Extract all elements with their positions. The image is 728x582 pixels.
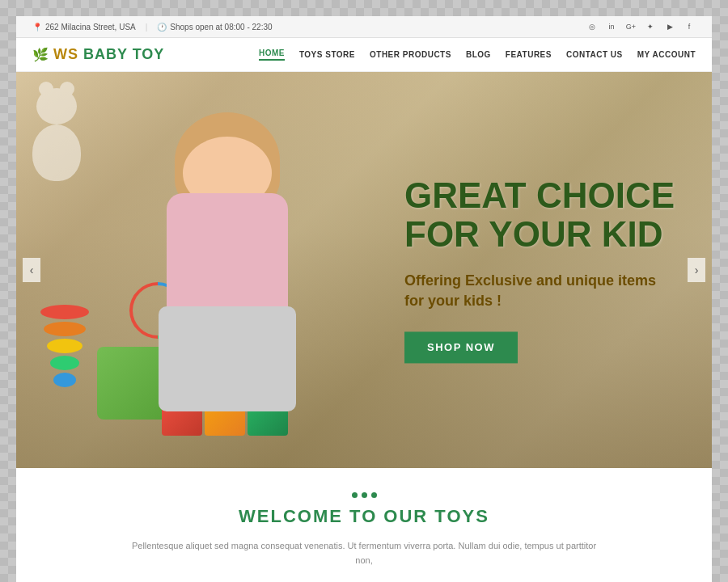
hero-headline: GREAT CHOICE FOR YOUR KID xyxy=(404,176,679,255)
dot-1 xyxy=(352,492,358,498)
site-header: 🌿 WS BABY TOY HOME TOYS STORE OTHER PROD… xyxy=(16,38,712,72)
welcome-section: WELCOME TO OUR TOYS Pellentesque aliquet… xyxy=(16,468,712,582)
nav-blog[interactable]: BLOG xyxy=(466,50,491,59)
ring-red xyxy=(40,305,89,319)
logo-text: WS BABY TOY xyxy=(53,46,164,63)
dot-3 xyxy=(371,492,377,498)
ring-blue xyxy=(53,373,76,387)
child-body xyxy=(167,193,288,323)
divider: | xyxy=(146,23,148,32)
facebook-icon[interactable]: f xyxy=(683,20,696,33)
google-plus-icon[interactable]: G+ xyxy=(624,20,637,33)
nav-contact[interactable]: CONTACT US xyxy=(566,50,623,59)
nav-toys-store[interactable]: TOYS STORE xyxy=(299,50,355,59)
hero-headline-line1: GREAT CHOICE xyxy=(404,175,675,215)
hero-next-button[interactable]: › xyxy=(688,258,705,282)
dot-2 xyxy=(362,492,367,498)
welcome-description: Pellentesque aliquet sed magna consequat… xyxy=(129,539,599,567)
teddy-ear-left xyxy=(39,82,53,96)
child-figure xyxy=(150,112,312,452)
top-bar: 📍 262 Milacina Street, USA | 🕐 Shops ope… xyxy=(16,16,712,38)
teddy-ear-right xyxy=(60,82,74,96)
nav-other-products[interactable]: OTHER PRODUCTS xyxy=(370,50,451,59)
clock-icon: 🕐 xyxy=(157,23,167,32)
hero-section: GREAT CHOICE FOR YOUR KID Offering Exclu… xyxy=(16,72,712,468)
logo-ws: WS xyxy=(53,46,78,62)
hero-text-block: GREAT CHOICE FOR YOUR KID Offering Exclu… xyxy=(404,176,679,363)
instagram-icon[interactable]: ◎ xyxy=(586,20,599,33)
child-legs xyxy=(159,306,296,411)
address-text: 262 Milacina Street, USA xyxy=(45,23,136,32)
teddy-body xyxy=(32,124,81,181)
top-bar-left: 📍 262 Milacina Street, USA | 🕐 Shops ope… xyxy=(32,23,273,32)
youtube-icon[interactable]: ▶ xyxy=(663,20,676,33)
nav-account[interactable]: MY ACCOUNT xyxy=(637,50,696,59)
logo-name: BABY TOY xyxy=(83,46,164,62)
linkedin-icon[interactable]: in xyxy=(605,20,618,33)
nav-features[interactable]: FEATURES xyxy=(506,50,552,59)
twitter-icon[interactable]: ✦ xyxy=(644,20,657,33)
social-links: ◎ in G+ ✦ ▶ f xyxy=(586,20,696,33)
address-info: 📍 262 Milacina Street, USA xyxy=(32,23,136,32)
location-icon: 📍 xyxy=(32,23,42,32)
ring-stacker-toy xyxy=(40,305,89,387)
hours-text: Shops open at 08:00 - 22:30 xyxy=(170,23,272,32)
ring-green xyxy=(50,356,79,370)
main-nav: HOME TOYS STORE OTHER PRODUCTS BLOG FEAT… xyxy=(259,48,696,61)
logo-icon: 🌿 xyxy=(32,47,49,62)
hero-headline-line2: FOR YOUR KID xyxy=(404,215,662,255)
nav-home[interactable]: HOME xyxy=(259,48,285,61)
page-wrapper: 📍 262 Milacina Street, USA | 🕐 Shops ope… xyxy=(16,16,712,582)
hours-info: 🕐 Shops open at 08:00 - 22:30 xyxy=(157,23,272,32)
teddy-head xyxy=(36,88,77,124)
welcome-dots xyxy=(32,492,696,498)
hero-toys xyxy=(16,72,399,468)
hero-prev-button[interactable]: ‹ xyxy=(23,258,40,282)
hero-subtext: Offering Exclusive and unique items for … xyxy=(404,271,679,311)
welcome-title: WELCOME TO OUR TOYS xyxy=(32,506,696,527)
ring-yellow xyxy=(47,339,83,353)
shop-now-button[interactable]: SHOP NOW xyxy=(404,332,518,364)
teddy-bear xyxy=(32,96,81,181)
ring-orange xyxy=(44,322,86,336)
logo[interactable]: 🌿 WS BABY TOY xyxy=(32,46,164,63)
